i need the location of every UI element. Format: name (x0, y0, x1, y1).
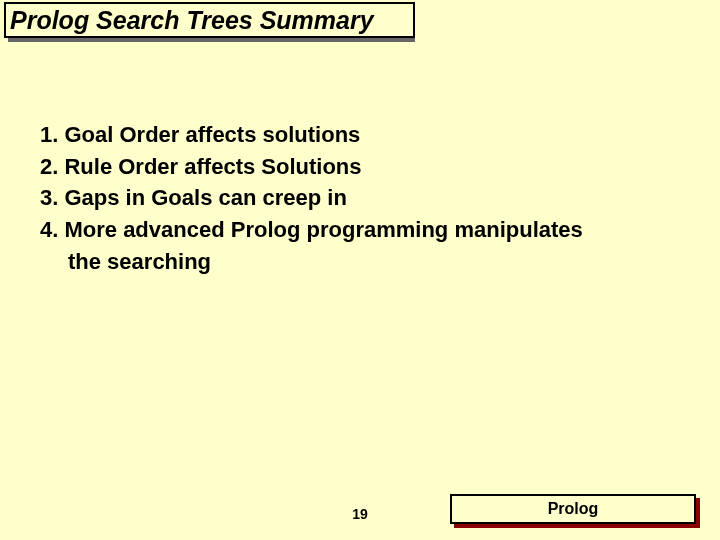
list-item: 2. Rule Order affects Solutions (40, 152, 680, 182)
list-item: 4. More advanced Prolog programming mani… (40, 215, 680, 245)
list-item: 1. Goal Order affects solutions (40, 120, 680, 150)
list-item: 3. Gaps in Goals can creep in (40, 183, 680, 213)
list-item-continuation: the searching (40, 247, 680, 277)
page-title: Prolog Search Trees Summary (4, 2, 415, 38)
footer-label: Prolog (450, 494, 696, 524)
summary-list: 1. Goal Order affects solutions 2. Rule … (40, 120, 680, 278)
